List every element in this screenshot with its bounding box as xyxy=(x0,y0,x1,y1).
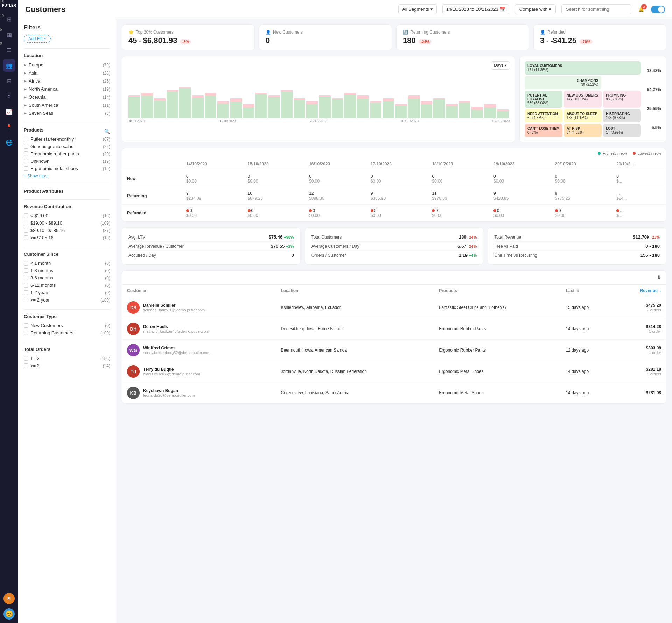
theme-toggle[interactable] xyxy=(651,6,665,13)
col-date-1: 15/10/2023 xyxy=(243,158,304,170)
sidebar-icon-bar[interactable]: ▦ xyxy=(3,28,15,41)
customer-since-checkbox[interactable] xyxy=(24,298,28,302)
filters-panel: Filters Add Filter Location ▶Europe(79)▶… xyxy=(18,19,116,623)
notification-button[interactable]: 🔔 2 xyxy=(637,5,645,13)
avatar: Td xyxy=(127,365,140,378)
show-more-button[interactable]: + Show more xyxy=(24,174,110,178)
chart-rfm-row: Days ▾ 151050 xyxy=(122,56,666,142)
last-cell: 15 days ago xyxy=(561,297,615,318)
rfm-new-customers: NEW CUSTOMERS 147 (10.37%) xyxy=(564,91,602,108)
customer-since-filter: Customer Since < 1 month(0)1-3 months(0)… xyxy=(24,247,110,304)
customer-cell: WG Winifred Grimes sonny.breitenberg52@d… xyxy=(122,340,276,361)
header: Customers All Segments ▾ 14/10/2023 to 1… xyxy=(18,0,672,19)
customer-email: leonardo26@demo.putler.com xyxy=(143,393,195,397)
col-date-7: 21/10/2... xyxy=(611,158,666,170)
location-item[interactable]: ▶Europe(79) xyxy=(24,61,110,69)
revenue-checkbox[interactable] xyxy=(24,221,28,225)
bar-green xyxy=(192,95,203,118)
arrow-icon: ▶ xyxy=(24,71,27,75)
sidebar-icon-customers[interactable]: 👥 xyxy=(3,59,15,72)
stats-item: Avg. LTV$75.46+98% xyxy=(128,233,294,242)
bar-red xyxy=(243,104,254,107)
stats-value: $70.55+2% xyxy=(271,243,294,249)
sidebar-avatar-m[interactable]: M xyxy=(4,593,15,604)
sidebar-icon-dashboard[interactable]: ⊞ xyxy=(3,13,15,26)
new-3: 0$0.00 xyxy=(366,170,427,187)
revenue-value: $303.08 xyxy=(620,346,661,351)
location-item[interactable]: ▶Asia(28) xyxy=(24,69,110,77)
products-cell: Ergonomic Rubber Pants xyxy=(434,340,561,361)
row-type-returning: Returning xyxy=(122,187,181,205)
bar-green xyxy=(179,87,191,118)
stats-card: Total Revenue$12.70k-23%Free vs Paid0 • … xyxy=(488,227,666,265)
sidebar-icon-table[interactable]: ⊟ xyxy=(3,75,15,87)
revenue-value: $281.08 xyxy=(620,390,661,395)
location-item[interactable]: ▶South America(11) xyxy=(24,101,110,109)
revenue-checkbox[interactable] xyxy=(24,213,28,218)
customer-since-checkbox[interactable] xyxy=(24,268,28,273)
date-range[interactable]: 14/10/2023 to 10/11/2023 📅 xyxy=(442,4,509,14)
bar-group xyxy=(383,98,394,118)
product-checkbox[interactable] xyxy=(24,159,28,163)
bar-red xyxy=(383,98,394,101)
ret-7: ...$24... xyxy=(611,187,666,205)
bar-red xyxy=(421,101,432,104)
location-item[interactable]: ▶Oceania(14) xyxy=(24,93,110,101)
customer-since-item: 1-2 years(0) xyxy=(24,289,110,296)
product-checkbox[interactable] xyxy=(24,166,28,171)
products-cell: Ergonomic Metal Shoes xyxy=(434,382,561,404)
location-item[interactable]: ▶North America(19) xyxy=(24,85,110,93)
customer-since-checkbox[interactable] xyxy=(24,290,28,295)
kpi-badge: -70% xyxy=(579,39,593,44)
customer-since-checkbox[interactable] xyxy=(24,283,28,288)
customer-cell: Td Terry du Buque alanis.miller86@demo.p… xyxy=(122,361,276,382)
product-checkbox[interactable] xyxy=(24,151,28,156)
ref-0: 0$0.00 xyxy=(181,205,243,222)
stats-value: 6.67-24% xyxy=(457,243,477,249)
customer-type-title: Customer Type xyxy=(24,314,110,319)
bar-red xyxy=(370,101,382,103)
sidebar-icon-pin[interactable]: 📍 xyxy=(3,121,15,133)
stats-value: 0 xyxy=(291,253,294,258)
sidebar-icon-chart[interactable]: 📈 xyxy=(3,105,15,118)
product-checkbox[interactable] xyxy=(24,144,28,149)
table-row: KB Keyshawn Bogan leonardo26@demo.putler… xyxy=(122,382,666,404)
new-5: 0$0.00 xyxy=(489,170,550,187)
customer-since-item: < 1 month(0) xyxy=(24,260,110,267)
customer-since-checkbox[interactable] xyxy=(24,276,28,280)
chart-labels: 14/10/202320/10/202326/10/202301/11/2023… xyxy=(127,119,510,123)
add-filter-button[interactable]: Add Filter xyxy=(24,35,51,43)
days-select[interactable]: Days ▾ xyxy=(491,61,510,70)
customer-type-checkbox[interactable] xyxy=(24,323,28,328)
sidebar-avatar-smiley[interactable]: 😊 xyxy=(4,608,15,620)
revenue-checkbox[interactable] xyxy=(24,228,28,233)
revenue-contribution-title: Revenue Contribution xyxy=(24,204,110,209)
product-search-icon[interactable]: 🔍 xyxy=(104,129,110,134)
download-icon[interactable]: ⬇ xyxy=(657,274,661,281)
ref-6: 0$0.00 xyxy=(550,205,612,222)
rfm-need-attention: NEED ATTENTION 69 (4.87%) xyxy=(525,109,562,122)
location-item[interactable]: ▶Africa(25) xyxy=(24,77,110,85)
stats-value: $12.70k-23% xyxy=(633,234,660,240)
sidebar-icon-globe[interactable]: 🌐 xyxy=(3,136,15,149)
bar-group xyxy=(497,109,509,118)
customer-type-item: Returning Customers(180) xyxy=(24,329,110,337)
kpi-badge: -24% xyxy=(419,39,432,44)
ref-7: ...$... xyxy=(611,205,666,222)
stats-badge: -23% xyxy=(651,235,660,239)
customer-since-checkbox[interactable] xyxy=(24,261,28,266)
sidebar-icon-dollar[interactable]: $ xyxy=(3,90,15,102)
sidebar-icon-list[interactable]: ☰ xyxy=(3,44,15,56)
total-orders-checkbox[interactable] xyxy=(24,356,28,361)
customer-cell: DH Deron Huels mauricio_kautzer46@demo.p… xyxy=(122,318,276,340)
segment-select[interactable]: All Segments ▾ xyxy=(398,4,437,14)
product-checkbox[interactable] xyxy=(24,137,28,141)
compare-button[interactable]: Compare with ▾ xyxy=(515,4,556,14)
search-input[interactable] xyxy=(561,4,631,14)
location-item[interactable]: ▶Seven Seas(3) xyxy=(24,109,110,117)
customer-type-checkbox[interactable] xyxy=(24,331,28,335)
revenue-checkbox[interactable] xyxy=(24,235,28,240)
customer-since-item: >= 2 year(180) xyxy=(24,296,110,304)
total-orders-checkbox[interactable] xyxy=(24,363,28,368)
ref-1: 0$0.00 xyxy=(243,205,304,222)
